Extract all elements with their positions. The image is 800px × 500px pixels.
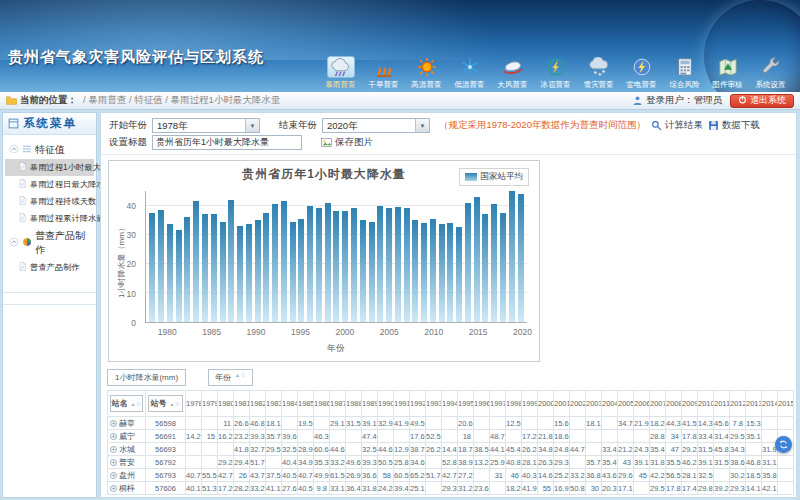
expand-row-icon[interactable]: + — [110, 433, 117, 440]
year-column-header[interactable]: 1984 — [282, 391, 298, 417]
year-column-header[interactable]: 1979 — [202, 391, 218, 417]
value-cell: 17.6 — [410, 430, 426, 443]
expand-row-icon[interactable]: + — [110, 485, 117, 492]
year-column-header[interactable]: 1997 — [490, 391, 506, 417]
nav-item-drought[interactable]: 干旱普查 — [362, 56, 405, 90]
year-column-header[interactable]: 1980 — [218, 391, 234, 417]
expand-row-icon[interactable]: + — [110, 459, 117, 466]
value-cell: 36.4 — [346, 482, 362, 495]
year-column-header[interactable]: 1991 — [394, 391, 410, 417]
year-column-header[interactable]: 2003 — [586, 391, 602, 417]
year-column-header[interactable]: 1985 — [298, 391, 314, 417]
nav-item-wind[interactable]: 大风普查 — [491, 56, 534, 90]
nav-item-hail[interactable]: 冰雹普查 — [534, 56, 577, 90]
year-column-header[interactable]: 1989 — [362, 391, 378, 417]
nav-item-cold[interactable]: 低温普查 — [448, 56, 491, 90]
year-column-header[interactable]: 2012 — [730, 391, 746, 417]
year-column-header[interactable]: 1994 — [442, 391, 458, 417]
year-column-header[interactable]: 2001 — [554, 391, 570, 417]
nav-item-heat[interactable]: 高温普查 — [405, 56, 448, 90]
value-cell — [746, 443, 762, 456]
year-column-header[interactable]: 1982 — [250, 391, 266, 417]
download-button[interactable]: 数据下载 — [708, 119, 760, 132]
nav-item-map[interactable]: 图件审核 — [706, 56, 749, 90]
value-cell: 29.8 — [698, 482, 714, 495]
nav-item-lightning[interactable]: 雷电普查 — [620, 56, 663, 90]
rainstorm-icon — [327, 56, 355, 78]
year-column-header[interactable]: 1983 — [266, 391, 282, 417]
refresh-float-button[interactable] — [775, 436, 792, 453]
value-cell: 51.3 — [202, 482, 218, 495]
drought-icon — [370, 56, 398, 78]
year-column-header[interactable]: 2010 — [698, 391, 714, 417]
sidebar-section[interactable]: 普查产品制作 — [5, 227, 94, 259]
value-cell: 39.3 — [362, 456, 378, 469]
year-column-header[interactable]: 2004 — [602, 391, 618, 417]
value-cell: 23.6 — [474, 482, 490, 495]
year-column-header[interactable]: 2000 — [538, 391, 554, 417]
year-column-header[interactable]: 2013 — [746, 391, 762, 417]
value-cell — [570, 456, 586, 469]
year-column-header[interactable]: 1995 — [458, 391, 474, 417]
sidebar-section[interactable]: 特征值 — [5, 141, 94, 159]
value-cell: 47 — [666, 443, 682, 456]
sidebar-item[interactable]: 暴雨过程累计降水量 — [5, 210, 94, 227]
sidebar-item[interactable]: 普查产品制作 — [5, 259, 94, 276]
year-column-header[interactable]: 2011 — [714, 391, 730, 417]
year-column-header[interactable]: 2005 — [618, 391, 634, 417]
value-cell: 38.9 — [458, 456, 474, 469]
measure-header[interactable]: 1小时降水量(mm) — [107, 369, 186, 386]
pie-icon — [22, 237, 32, 249]
year-sort-header[interactable]: 年份 ▲▽ — [208, 369, 253, 386]
expand-row-icon[interactable]: + — [110, 472, 117, 479]
nav-item-label: 高温普查 — [406, 79, 447, 89]
save-image-button[interactable]: 保存图片 — [321, 136, 373, 149]
expand-row-icon[interactable]: + — [110, 446, 117, 453]
year-column-header[interactable]: 2015 — [778, 391, 794, 417]
year-column-header[interactable]: 2008 — [666, 391, 682, 417]
value-cell: 40.1 — [186, 482, 202, 495]
sidebar-item[interactable]: 暴雨过程持续天数 — [5, 193, 94, 210]
value-cell: 40.4 — [282, 456, 298, 469]
year-column-header[interactable]: 1988 — [346, 391, 362, 417]
calculate-button[interactable]: 计算结果 — [651, 119, 703, 132]
station-name-header[interactable]: 站名▲▽ — [110, 395, 143, 412]
year-column-header[interactable]: 1978 — [186, 391, 202, 417]
nav-item-snow[interactable]: 雪灾普查 — [577, 56, 620, 90]
end-year-select[interactable]: 2020年 ▼ — [322, 118, 430, 133]
sidebar-item[interactable]: 暴雨过程1小时最大降水量 — [5, 159, 94, 176]
nav-item-risk[interactable]: 综合风险 — [663, 56, 706, 90]
value-cell — [474, 469, 490, 482]
chart-bars — [146, 191, 527, 322]
year-column-header[interactable]: 2007 — [650, 391, 666, 417]
location-label: 当前的位置： — [20, 94, 77, 107]
year-column-header[interactable]: 1987 — [330, 391, 346, 417]
value-cell: 46.8 — [250, 417, 266, 430]
nav-item-settings[interactable]: 系统设置 — [749, 56, 792, 90]
value-cell: 43.6 — [602, 469, 618, 482]
sidebar-item[interactable]: 暴雨过程日最大降水量 — [5, 176, 94, 193]
station-id-header[interactable]: 站号▲▽ — [148, 395, 183, 412]
bar-1988 — [237, 226, 243, 322]
year-column-header[interactable]: 1992 — [410, 391, 426, 417]
start-year-select[interactable]: 1978年 ▼ — [152, 118, 260, 133]
year-column-header[interactable]: 2014 — [762, 391, 778, 417]
year-column-header[interactable]: 2002 — [570, 391, 586, 417]
year-column-header[interactable]: 1999 — [522, 391, 538, 417]
logout-button[interactable]: 退出系统 — [730, 94, 794, 108]
year-column-header[interactable]: 1998 — [506, 391, 522, 417]
year-column-header[interactable]: 1996 — [474, 391, 490, 417]
value-cell: 34.9 — [298, 456, 314, 469]
chart-title-input[interactable] — [152, 135, 302, 150]
value-cell: 14.1 — [746, 482, 762, 495]
value-cell — [426, 456, 442, 469]
nav-item-rainstorm[interactable]: 暴雨普查 — [319, 56, 362, 90]
year-column-header[interactable]: 2009 — [682, 391, 698, 417]
expand-row-icon[interactable]: + — [110, 420, 117, 427]
year-column-header[interactable]: 1986 — [314, 391, 330, 417]
x-tick-label: 2005 — [380, 327, 399, 337]
year-column-header[interactable]: 2006 — [634, 391, 650, 417]
year-column-header[interactable]: 1981 — [234, 391, 250, 417]
year-column-header[interactable]: 1993 — [426, 391, 442, 417]
year-column-header[interactable]: 1990 — [378, 391, 394, 417]
